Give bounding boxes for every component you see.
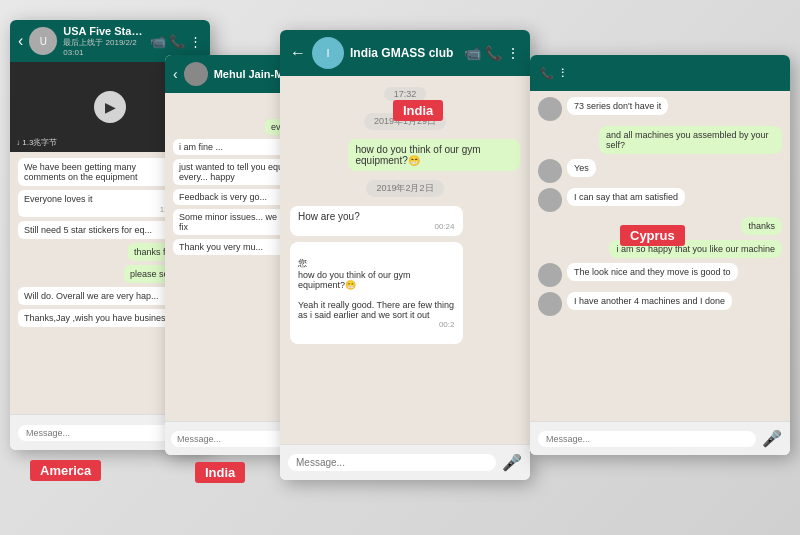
label-cyprus: Cyprus bbox=[620, 225, 685, 246]
label-india-left: India bbox=[195, 462, 245, 483]
india-center-header-icons[interactable]: 📹 📞 ⋮ bbox=[464, 45, 520, 61]
india-center-input-field[interactable] bbox=[288, 454, 496, 471]
msg-indiacenter-3: 您 how do you think of our gym equipment?… bbox=[290, 242, 463, 344]
india-center-chat-input: 🎤 bbox=[280, 444, 530, 480]
scene: ‹ U USA Five Star Fitnes... 最后上线于 2019/2… bbox=[0, 0, 800, 535]
back-arrow-america[interactable]: ‹ bbox=[18, 32, 23, 50]
msg-indiacenter-2: How are you? 00:24 bbox=[290, 206, 463, 236]
america-chat-name: USA Five Star Fitnes... bbox=[63, 25, 143, 37]
india-center-time-header: 17:32 bbox=[384, 87, 427, 101]
msg-cyprus-row-4: I can say that am satisfied bbox=[538, 188, 782, 212]
cyprus-chat-input: 🎤 bbox=[530, 421, 790, 455]
cyprus-avatar-4 bbox=[538, 188, 562, 212]
cyprus-header: 📞 ⋮ bbox=[530, 55, 790, 91]
india-center-chat-name: India GMASS club bbox=[350, 46, 458, 60]
america-avatar: U bbox=[29, 27, 57, 55]
msg-cyprus-1: 73 series don't have it bbox=[567, 97, 668, 115]
cyprus-avatar-8 bbox=[538, 292, 562, 316]
msg-cyprus-row-2: and all machines you assembled by your s… bbox=[538, 126, 782, 154]
india-center-send-icon[interactable]: 🎤 bbox=[502, 453, 522, 472]
back-arrow-india-center[interactable]: ← bbox=[290, 44, 306, 62]
india-center-header: ← I India GMASS club 📹 📞 ⋮ bbox=[280, 30, 530, 76]
cyprus-chat-body: 73 series don't have it and all machines… bbox=[530, 91, 790, 421]
america-chat-sub: 最后上线于 2019/2/2 03:01 bbox=[63, 37, 143, 57]
cyprus-send-icon[interactable]: 🎤 bbox=[762, 429, 782, 448]
label-india-center: India bbox=[393, 100, 443, 121]
msg-cyprus-3: Yes bbox=[567, 159, 596, 177]
msg-cyprus-row-3: Yes bbox=[538, 159, 782, 183]
cyprus-avatar-7 bbox=[538, 263, 562, 287]
cyprus-header-title: 📞 ⋮ bbox=[540, 67, 568, 80]
msg-cyprus-8: I have another 4 machines and I done bbox=[567, 292, 732, 310]
msg-america-6: Will do. Overall we are very hap... bbox=[18, 287, 184, 305]
msg-america-7: Thanks,Jay ,wish you have business bbox=[18, 309, 184, 327]
msg-america-1: We have been getting many comments on th… bbox=[18, 158, 184, 186]
msg-america-2: Everyone loves it 11:42 bbox=[18, 190, 184, 217]
msg-indiacenter-1: how do you think of our gym equipment?😁 bbox=[348, 139, 521, 171]
msg-cyprus-5: thanks bbox=[741, 217, 782, 235]
msg-cyprus-row-1: 73 series don't have it bbox=[538, 97, 782, 121]
label-america: America bbox=[30, 460, 101, 481]
india-center-chat-body: 17:32 2019年1月29日 how do you think of our… bbox=[280, 76, 530, 444]
card-india-center: ← I India GMASS club 📹 📞 ⋮ 17:32 2019年1月… bbox=[280, 30, 530, 480]
msg-cyprus-row-8: I have another 4 machines and I done bbox=[538, 292, 782, 316]
card-cyprus: 📞 ⋮ 73 series don't have it and all mach… bbox=[530, 55, 790, 455]
back-arrow-india-left[interactable]: ‹ bbox=[173, 66, 178, 82]
msg-cyprus-row-7: The look nice and they move is good to bbox=[538, 263, 782, 287]
msg-cyprus-2: and all machines you assembled by your s… bbox=[599, 126, 782, 154]
msg-america-3: Still need 5 star stickers for eq... bbox=[18, 221, 184, 239]
cyprus-avatar-1 bbox=[538, 97, 562, 121]
india-center-avatar: I bbox=[312, 37, 344, 69]
america-header-icons[interactable]: 📹 📞 ⋮ bbox=[150, 34, 202, 49]
cyprus-avatar-3 bbox=[538, 159, 562, 183]
video-size-label: ↓ 1.3兆字节 bbox=[16, 137, 57, 148]
msg-cyprus-7: The look nice and they move is good to bbox=[567, 263, 738, 281]
america-input-field[interactable] bbox=[18, 425, 176, 441]
india-left-avatar bbox=[184, 62, 208, 86]
cyprus-input-field[interactable] bbox=[538, 431, 756, 447]
play-button[interactable]: ▶ bbox=[94, 91, 126, 123]
msg-cyprus-4: I can say that am satisfied bbox=[567, 188, 685, 206]
india-center-date2: 2019年2月2日 bbox=[366, 180, 443, 197]
